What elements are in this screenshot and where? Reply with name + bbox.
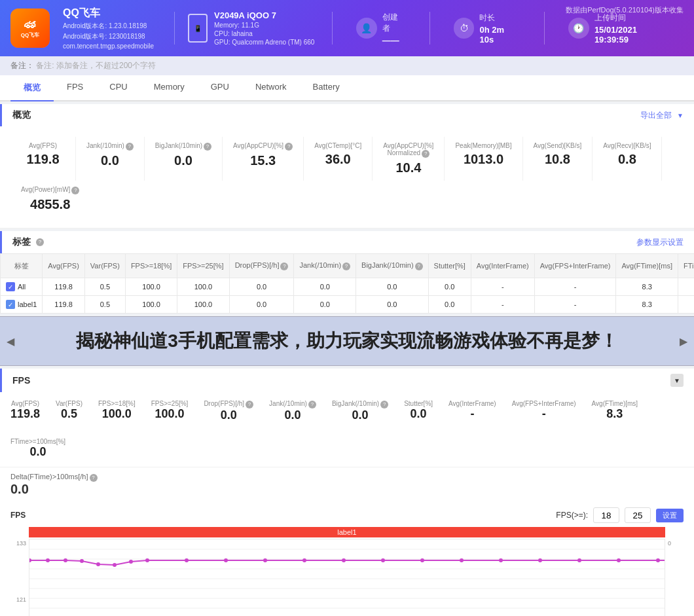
col-jank: Jank(/10min)? xyxy=(294,254,356,278)
fps-input-25[interactable] xyxy=(625,507,651,523)
tab-battery[interactable]: Battery xyxy=(300,75,353,101)
banner-next-btn[interactable]: ▶ xyxy=(680,335,687,348)
duration-section: ⏱ 时长 0h 2m 10s xyxy=(443,12,531,45)
svg-point-15 xyxy=(96,562,100,566)
fps-title: FPS xyxy=(12,375,30,386)
device-memory: Memory: 11.1G xyxy=(214,22,314,29)
note-bar: 备注： 备注: 添加备注，不超过200个字符 xyxy=(0,56,694,75)
tags-settings-label: 参数显示设置 xyxy=(636,237,684,248)
chart-container: FPS FPS(>=): 设置 133 121 109 97 85 73 60 … xyxy=(0,502,694,616)
tab-overview[interactable]: 概览 xyxy=(10,75,54,101)
svg-point-25 xyxy=(420,558,424,562)
overlay-banner: ◀ 揭秘神仙道3手机配置需求，助力玩家实现流畅游戏体验不再是梦！ ▶ xyxy=(0,316,694,366)
device-gpu: GPU: Qualcomm Adreno (TM) 660 xyxy=(214,39,314,46)
delta-label: Delta(FTime)>100ms[/h]? xyxy=(10,473,684,482)
row-all-varfps: 0.5 xyxy=(84,278,125,296)
stat-peak-memory-value: 1013.0 xyxy=(464,152,503,167)
stat-power-label: Avg(Power)[mW]? xyxy=(21,186,79,194)
fps-drop-info[interactable]: ? xyxy=(246,401,253,408)
row-label1-stutter: 0.0 xyxy=(428,296,471,314)
col-drop: Drop(FPS)[/h]? xyxy=(229,254,294,278)
row-label1-interframe: - xyxy=(471,296,534,314)
chart-main: label1 xyxy=(29,527,665,616)
tab-gpu[interactable]: GPU xyxy=(198,75,242,101)
svg-point-21 xyxy=(263,558,267,562)
svg-point-31 xyxy=(656,558,660,562)
tags-title: 标签 xyxy=(12,236,31,248)
fps-input-18[interactable] xyxy=(593,507,619,523)
fps-stat-drop: Drop(FPS)[/h]? 0.0 xyxy=(204,400,253,422)
tags-section-header: 标签 ? 参数显示设置 xyxy=(0,231,694,253)
norm-info-icon[interactable]: ? xyxy=(422,150,429,158)
drop-info-icon[interactable]: ? xyxy=(280,263,288,270)
table-row: ✓ label1 119.8 0.5 100.0 100.0 0.0 0.0 0… xyxy=(1,296,695,314)
fps-stat-fps25: FPS>=25[%] 100.0 xyxy=(151,400,189,422)
fps-stat-bigjank: BigJank(/10min)? 0.0 xyxy=(332,400,388,422)
row-label1-checkbox[interactable]: ✓ xyxy=(6,300,15,309)
device-name: V2049A iQOO 7 xyxy=(214,10,314,20)
stat-recv: Avg(Recv)[KB/s] 0.8 xyxy=(593,137,662,181)
app-logo: 🏎 QQ飞车 xyxy=(10,9,50,48)
tab-network[interactable]: Network xyxy=(242,75,300,101)
fps-stat-stutter: Stutter[%] 0.0 xyxy=(404,400,433,422)
stat-send-value: 10.8 xyxy=(545,152,570,167)
stat-avg-fps-label: Avg(FPS) xyxy=(29,142,57,149)
stat-avg-fps-value: 119.8 xyxy=(26,152,59,167)
device-icon: 📱 xyxy=(188,14,208,43)
delta-fps-info[interactable]: ? xyxy=(90,474,98,482)
creator-icon: 👤 xyxy=(356,18,377,39)
export-action[interactable]: 导出全部 ▼ xyxy=(640,110,684,121)
col-ftime: Avg(FTime)[ms] xyxy=(616,254,678,278)
fps-jank-info[interactable]: ? xyxy=(308,401,316,408)
stat-appcpu: Avg(AppCPU)[%]? 15.3 xyxy=(223,137,304,181)
col-tag: 标签 xyxy=(1,254,43,278)
row-all-stutter: 0.0 xyxy=(428,278,471,296)
app-info: QQ飞车 Android版本名: 1.23.0.18198 Android版本号… xyxy=(63,7,161,50)
banner-text: 揭秘神仙道3手机配置需求，助力玩家实现流畅游戏体验不再是梦！ xyxy=(13,329,681,353)
tags-info-icon[interactable]: ? xyxy=(36,238,44,246)
expand-icon[interactable]: ▼ xyxy=(677,112,684,119)
svg-point-17 xyxy=(129,560,133,564)
fps-section-header: FPS ▼ xyxy=(0,369,694,392)
col-fps-inter: Avg(FPS+InterFrame) xyxy=(534,254,616,278)
banner-prev-btn[interactable]: ◀ xyxy=(7,335,14,348)
jank-info-icon[interactable]: ? xyxy=(126,143,134,151)
duration-value: 0h 2m 10s xyxy=(479,25,520,45)
fps-bigjank-info[interactable]: ? xyxy=(380,401,388,408)
svg-point-20 xyxy=(224,558,228,562)
header-divider4 xyxy=(544,12,545,45)
stat-peak-memory: Peak(Memory)[MB] 1013.0 xyxy=(445,137,522,181)
stat-normalized-label: Avg(AppCPU)[%]Normalized? xyxy=(383,142,433,158)
stat-jank-label: Jank(/10min)? xyxy=(86,142,134,151)
fps-stat-interframe: Avg(InterFrame) - xyxy=(448,400,496,422)
bigjank2-info-icon[interactable]: ? xyxy=(415,263,423,270)
power-info-icon[interactable]: ? xyxy=(71,187,79,194)
tab-memory[interactable]: Memory xyxy=(141,75,198,101)
svg-point-28 xyxy=(538,558,542,562)
device-section: 📱 V2049A iQOO 7 Memory: 11.1G CPU: lahai… xyxy=(188,10,319,46)
svg-point-23 xyxy=(342,558,346,562)
stat-appcpu-value: 15.3 xyxy=(250,153,276,168)
jank2-info-icon[interactable]: ? xyxy=(342,263,350,270)
row-label1-varfps: 0.5 xyxy=(84,296,125,314)
row-all-checkbox[interactable]: ✓ xyxy=(6,282,15,291)
fps-collapse-btn[interactable]: ▼ xyxy=(670,374,684,387)
overview-section-header: 概览 导出全部 ▼ xyxy=(0,104,694,126)
stat-avg-fps: Avg(FPS) 119.8 xyxy=(10,137,76,181)
upload-section: 🕐 上传时间 15/01/2021 19:39:59 xyxy=(558,12,684,45)
stat-jank-value: 0.0 xyxy=(101,153,119,168)
tags-settings[interactable]: 参数显示设置 xyxy=(636,237,684,248)
svg-point-22 xyxy=(302,558,306,562)
bigjank-info-icon[interactable]: ? xyxy=(204,143,211,151)
row-all-fps25: 100.0 xyxy=(177,278,229,296)
duration-label: 时长 xyxy=(479,12,520,24)
note-placeholder[interactable]: 备注: 添加备注，不超过200个字符 xyxy=(36,61,156,70)
app-name: QQ飞车 xyxy=(63,7,161,20)
tab-cpu[interactable]: CPU xyxy=(96,75,140,101)
svg-point-13 xyxy=(64,558,67,562)
fps-set-button[interactable]: 设置 xyxy=(656,509,684,522)
fps-stat-fps-inter: Avg(FPS+InterFrame) - xyxy=(512,400,576,422)
col-fps25: FPS>=25[%] xyxy=(177,254,229,278)
tab-fps[interactable]: FPS xyxy=(54,75,96,101)
appcpu-info-icon[interactable]: ? xyxy=(285,143,293,151)
